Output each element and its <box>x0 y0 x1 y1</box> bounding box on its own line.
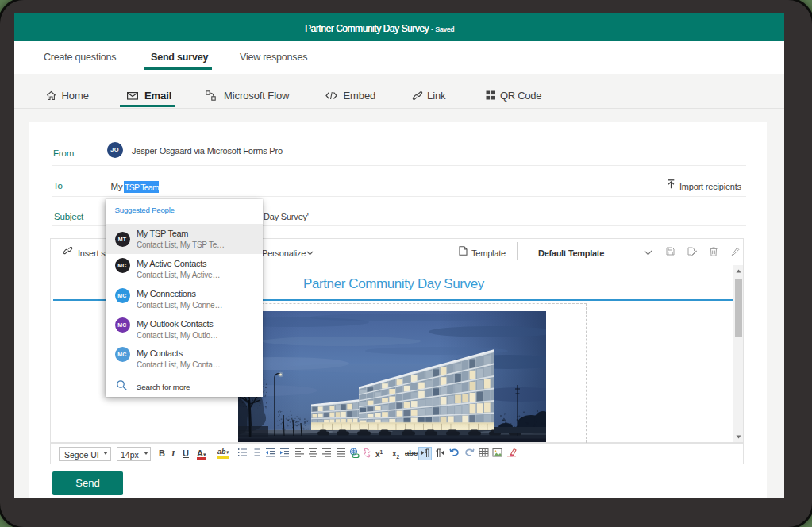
svg-text:1: 1 <box>251 448 253 452</box>
svg-text:3: 3 <box>251 454 253 458</box>
svg-text:2: 2 <box>251 451 253 455</box>
